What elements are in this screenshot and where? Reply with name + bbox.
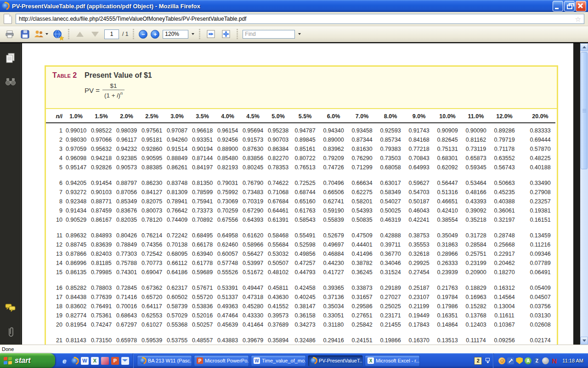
- pv-cell: 0.43883: [215, 336, 240, 345]
- pv-cell: 0.70773: [139, 259, 164, 268]
- task-button-powerpoint[interactable]: P Microsoft PowerPo...: [194, 355, 249, 367]
- pv-cell: 0.96154: [215, 123, 240, 135]
- task-button-ba213[interactable]: BA 213 W11 (Pasc...: [137, 355, 192, 367]
- pv-cell: 0.82270: [266, 154, 291, 163]
- word-icon[interactable]: W: [81, 357, 89, 365]
- zonealarm-icon[interactable]: Z: [533, 357, 540, 364]
- bookmark-star-icon[interactable]: ☆: [575, 16, 581, 23]
- pv-cell: 0.21763: [433, 283, 462, 293]
- pv-cell: 0.56427: [240, 249, 266, 259]
- pv-cell: 0.29925: [405, 259, 433, 268]
- pv-cell: 0.18270: [490, 268, 519, 283]
- firefox-quicklaunch-icon[interactable]: [71, 357, 79, 365]
- grouped-windows-badge[interactable]: 2: [474, 357, 482, 365]
- find-input[interactable]: [243, 30, 295, 39]
- norton-icon[interactable]: N: [551, 357, 558, 364]
- pv-column-header: n/i: [46, 111, 63, 123]
- restore-mini-icon: [486, 358, 490, 361]
- antivirus-icon[interactable]: A: [525, 357, 531, 364]
- zoom-out-button[interactable]: −: [139, 30, 147, 39]
- pv-column-header: 10.0%: [433, 111, 462, 123]
- pv-cell: 0.39092: [462, 206, 490, 215]
- pv-cell: 0.47257: [291, 259, 319, 268]
- pv-cell: 0.90529: [63, 215, 89, 231]
- fit-page-button[interactable]: [220, 28, 232, 40]
- pv-cell: 0.70016: [114, 302, 139, 311]
- keychain-icon[interactable]: [101, 357, 109, 365]
- minimize-icon: [555, 8, 559, 9]
- find-caret-icon[interactable]: [298, 33, 301, 35]
- pv-cell: 0.33051: [319, 311, 348, 320]
- powerpoint-icon[interactable]: P: [111, 357, 119, 365]
- pv-cell: 0.50257: [190, 320, 215, 336]
- save-button[interactable]: [19, 28, 31, 40]
- task-button-excel[interactable]: X Microsoft Excel - r...: [365, 355, 420, 367]
- pv-cell: 0.40245: [291, 293, 319, 302]
- pv-cell: 0.55684: [266, 240, 291, 249]
- pv-cell: 0.65160: [291, 197, 319, 206]
- fit-width-button[interactable]: [205, 28, 217, 40]
- ie-icon[interactable]: e: [61, 357, 68, 365]
- pv-cell: 0.52598: [291, 240, 319, 249]
- page-number-input[interactable]: [104, 29, 119, 39]
- task-button-pv-pdf-active[interactable]: PV-PresentValueT...: [308, 355, 363, 367]
- pv-cell: 0.21455: [376, 320, 405, 336]
- start-button[interactable]: start: [0, 353, 55, 368]
- excel-icon[interactable]: X: [91, 357, 99, 365]
- task-buttons: BA 213 W11 (Pasc... P Microsoft PowerPo.…: [137, 353, 470, 368]
- pv-cell: 0.44793: [291, 268, 319, 283]
- pv-cell: 0.29189: [376, 283, 405, 293]
- vertical-scrollbar[interactable]: [580, 43, 588, 345]
- close-button[interactable]: [576, 1, 586, 12]
- scrollbar-thumb[interactable]: [581, 52, 588, 169]
- windows-logo-icon: [4, 357, 12, 364]
- print-button[interactable]: [4, 28, 16, 40]
- zoom-level-value[interactable]: 120%: [163, 30, 188, 39]
- collaborate-button[interactable]: [34, 28, 48, 40]
- next-page-button[interactable]: [89, 28, 101, 40]
- pv-cell: 0.91514: [164, 144, 190, 154]
- url-input[interactable]: http://classes.lanecc.edu/file.php/24555…: [16, 14, 584, 24]
- volume-icon[interactable]: [542, 357, 549, 364]
- table-row: 190.827740.753610.686430.625530.570290.5…: [46, 311, 555, 320]
- acrobat-online-button[interactable]: [51, 28, 63, 40]
- pv-cell: 0.89632: [63, 231, 89, 240]
- table-row: 30.970590.956320.942320.928600.915140.90…: [46, 144, 555, 154]
- pv-cell: 0.57029: [164, 311, 190, 320]
- minimize-button[interactable]: [553, 1, 563, 12]
- search-binoculars-icon[interactable]: [5, 77, 16, 88]
- pv-cell: 0.98522: [89, 123, 114, 135]
- pv-cell: 0.28966: [433, 249, 462, 259]
- pv-cell: 0.92385: [114, 154, 139, 163]
- pages-panel-icon[interactable]: [6, 52, 16, 65]
- messenger-smiley-icon[interactable]: ☺: [498, 357, 505, 364]
- pv-cell: 0.49363: [215, 302, 240, 311]
- pv-cell: 0.16351: [433, 311, 462, 320]
- task-button-word[interactable]: W Time_value_of_mo...: [251, 355, 306, 367]
- pv-cell: 0.88797: [114, 178, 139, 188]
- utility-tool-icon[interactable]: [507, 357, 514, 364]
- pv-cell: 0.24151: [348, 336, 376, 345]
- pv-cell: 0.47318: [240, 293, 266, 302]
- taskbar-chevron[interactable]: [486, 358, 490, 363]
- comments-panel-icon[interactable]: [5, 303, 16, 314]
- attachments-paperclip-icon[interactable]: [6, 326, 15, 340]
- pv-cell: 0.95181: [139, 135, 164, 144]
- scroll-up-button[interactable]: [580, 43, 588, 51]
- zoom-caret-icon[interactable]: [192, 33, 194, 35]
- previous-page-button[interactable]: [74, 28, 86, 40]
- security-shield-icon[interactable]: [516, 357, 523, 364]
- pv-cell: 0.07789: [519, 259, 555, 268]
- outlook-icon[interactable]: [121, 357, 129, 365]
- pv-column-header: 2.5%: [139, 111, 164, 123]
- pv-cell: 0.40388: [490, 197, 519, 206]
- pv-cell: 0.40188: [519, 163, 555, 178]
- scroll-down-button[interactable]: [580, 337, 588, 345]
- pv-cell: 0.36770: [376, 249, 405, 259]
- zoom-in-button[interactable]: +: [151, 30, 159, 39]
- pv-cell: 0.81350: [190, 178, 215, 188]
- pv-cell: 0.64958: [215, 231, 240, 240]
- pv-cell: 0.45811: [266, 283, 291, 293]
- pv-column-header: 3.5%: [190, 111, 215, 123]
- restore-button[interactable]: [564, 1, 575, 12]
